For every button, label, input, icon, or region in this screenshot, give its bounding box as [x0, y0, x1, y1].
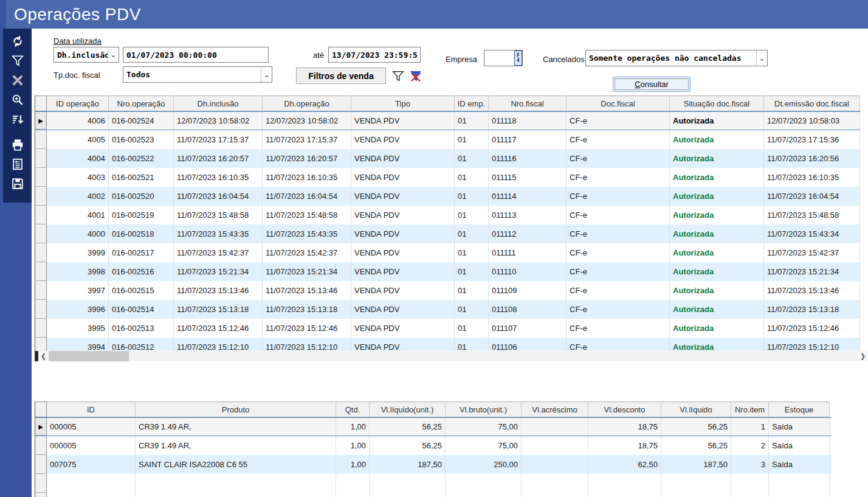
zoom-button[interactable] [9, 92, 27, 110]
column-header-vl_liquido[interactable]: Vl.líquido [661, 401, 731, 417]
column-header-situacao[interactable]: Situação doc.fiscal [670, 96, 764, 111]
scrollbar-track[interactable] [129, 351, 858, 361]
scroll-left-button[interactable]: ❮ [38, 351, 49, 361]
column-header-estoque[interactable]: Estoque [769, 401, 830, 417]
date-from-field[interactable] [123, 47, 269, 63]
table-row[interactable]: 3998016-00251611/07/2023 15:21:3411/07/2… [35, 262, 860, 281]
table-row[interactable]: 4001016-00251911/07/2023 15:48:5811/07/2… [35, 206, 860, 224]
column-header-id_emp[interactable]: ID emp. [455, 96, 489, 111]
cell-dt_emissao: 11/07/2023 15:43:34 [764, 224, 860, 243]
tp-doc-fiscal-select[interactable]: Todos ⌄ [123, 66, 272, 83]
grid-header-row: IDProdutoQtd.Vl.líquido(unit.)Vl.bruto(u… [35, 401, 832, 417]
column-header-vl_acrescimo[interactable]: Vl.acréscimo [522, 401, 588, 417]
column-header-dh_operacao[interactable]: Dh.operação [263, 96, 351, 111]
record-selector-cell[interactable] [35, 493, 47, 497]
refresh-button[interactable] [9, 33, 27, 52]
cell-dh_inclusao: 11/07/2023 15:12:10 [174, 338, 263, 351]
scroll-right-button[interactable]: ❯ [858, 351, 868, 361]
selected-row-arrow-marker[interactable]: ▶ [35, 418, 47, 436]
cell-nro_fiscal: 011108 [489, 300, 567, 319]
consultar-button[interactable]: Consultar [613, 77, 691, 92]
clear-filter-button[interactable] [9, 72, 27, 91]
cell-situacao: Autorizada [670, 300, 764, 319]
record-selector-cell[interactable] [35, 168, 47, 187]
sort-button[interactable] [9, 111, 27, 130]
table-row[interactable]: 4000016-00251811/07/2023 15:43:3511/07/2… [35, 224, 860, 243]
column-header-vl_bruto_unit[interactable]: Vl.bruto(unit.) [446, 401, 522, 417]
record-selector-cell[interactable] [35, 300, 47, 319]
column-header-dt_emissao[interactable]: Dt.emissão doc.fiscal [764, 96, 860, 111]
column-header-nro_item[interactable]: Nro.item [731, 401, 769, 417]
column-header-vl_liquido_unit[interactable]: Vl.líquido(unit.) [370, 401, 446, 417]
column-header-tipo[interactable]: Tipo [351, 96, 455, 111]
cell-qtd: 1,00 [336, 436, 370, 455]
empty-table-row [35, 493, 832, 497]
empresa-field[interactable]: F4 [484, 50, 523, 66]
operations-hscrollbar[interactable]: ❮ ❯ [35, 351, 868, 361]
empresa-input[interactable] [484, 50, 514, 66]
data-utilizada-select[interactable]: Dh.inclusão ⌄ [53, 47, 119, 63]
record-selector-cell[interactable] [35, 149, 47, 168]
column-header-vl_desconto[interactable]: Vl.desconto [588, 401, 661, 417]
cell-dh_inclusao: 11/07/2023 15:13:18 [174, 300, 263, 319]
table-row[interactable]: 4003016-00252111/07/2023 16:10:3511/07/2… [35, 168, 860, 187]
cell-dh_inclusao: 12/07/2023 10:58:02 [174, 112, 263, 130]
date-to-input[interactable] [329, 47, 420, 62]
table-row[interactable]: 3996016-00251411/07/2023 15:13:1811/07/2… [35, 300, 860, 319]
cell-qtd: 1,00 [336, 455, 370, 474]
column-header-doc_fiscal[interactable]: Doc.fiscal [567, 96, 670, 111]
selected-row-arrow-marker[interactable]: ▶ [35, 112, 47, 130]
record-selector-cell[interactable] [35, 281, 47, 300]
print-button[interactable] [9, 137, 27, 155]
record-selector-cell[interactable] [35, 187, 47, 206]
record-selector-cell[interactable] [35, 455, 47, 474]
report-button[interactable] [9, 156, 27, 175]
record-selector-cell[interactable] [35, 206, 47, 224]
column-header-nro_operacao[interactable]: Nro.operação [109, 96, 174, 111]
chevron-down-icon[interactable]: ⌄ [756, 50, 767, 66]
table-row[interactable]: ▶4006016-00252412/07/2023 10:58:0212/07/… [35, 111, 860, 130]
column-header-qtd[interactable]: Qtd. [336, 401, 370, 417]
record-selector-cell[interactable] [35, 224, 47, 243]
table-row[interactable]: 000005CR39 1.49 AR,1,0056,2575,0018,7556… [35, 436, 832, 455]
cell-dt_emissao: 11/07/2023 15:12:10 [764, 338, 860, 351]
table-row[interactable]: 3999016-00251711/07/2023 15:42:3711/07/2… [35, 243, 860, 262]
cell-tipo: VENDA PDV [351, 243, 455, 262]
column-header-nro_fiscal[interactable]: Nro.fiscal [489, 96, 567, 111]
cell-vl_acrescimo [522, 418, 588, 436]
table-row[interactable]: 4005016-00252311/07/2023 17:15:3711/07/2… [35, 130, 860, 149]
scrollbar-thumb[interactable] [49, 351, 129, 361]
chevron-down-icon[interactable]: ⌄ [108, 47, 119, 62]
empresa-lookup-f4-button[interactable]: F4 [514, 50, 522, 66]
column-header-id_operacao[interactable]: ID operação [47, 96, 109, 111]
column-header-id[interactable]: ID [47, 401, 136, 417]
table-row[interactable]: ▶000005CR39 1.49 AR,1,0056,2575,0018,755… [35, 417, 832, 436]
column-header-dh_inclusao[interactable]: Dh.inclusão [174, 96, 263, 111]
clear-sale-filter-button[interactable] [408, 68, 424, 84]
chevron-down-icon[interactable]: ⌄ [261, 67, 272, 82]
column-header-produto[interactable]: Produto [136, 401, 336, 417]
cell-dh_operacao: 11/07/2023 15:12:10 [263, 338, 351, 351]
table-row[interactable]: 3997016-00251511/07/2023 15:13:4611/07/2… [35, 281, 860, 300]
record-selector-cell[interactable] [35, 319, 47, 338]
record-selector-cell[interactable] [35, 130, 47, 149]
record-selector-cell[interactable] [35, 436, 47, 455]
filter-button[interactable] [9, 53, 27, 71]
record-selector-cell[interactable] [35, 243, 47, 262]
table-row[interactable]: 3995016-00251311/07/2023 15:12:4611/07/2… [35, 319, 860, 338]
record-selector-cell[interactable] [35, 474, 47, 493]
table-row[interactable]: 4002016-00252011/07/2023 16:04:5411/07/2… [35, 187, 860, 206]
cell-dh_inclusao: 11/07/2023 16:20:57 [174, 149, 263, 168]
sale-filter-button[interactable] [390, 68, 406, 84]
cell-id_emp: 01 [455, 206, 489, 224]
save-button[interactable] [9, 176, 27, 194]
cell-nro_operacao: 016-002514 [109, 300, 174, 319]
record-selector-cell[interactable] [35, 262, 47, 281]
date-from-input[interactable] [123, 47, 268, 62]
cancelados-select[interactable]: Somente operações não canceladas ⌄ [585, 50, 768, 66]
table-row[interactable]: 007075SAINT CLAIR ISA22008 C6 551,00187,… [35, 455, 832, 474]
table-row[interactable]: 3994016-00251211/07/2023 15:12:1011/07/2… [35, 338, 860, 351]
date-to-field[interactable] [328, 47, 421, 63]
table-row[interactable]: 4004016-00252211/07/2023 16:20:5711/07/2… [35, 149, 860, 168]
record-selector-cell[interactable] [35, 338, 47, 351]
